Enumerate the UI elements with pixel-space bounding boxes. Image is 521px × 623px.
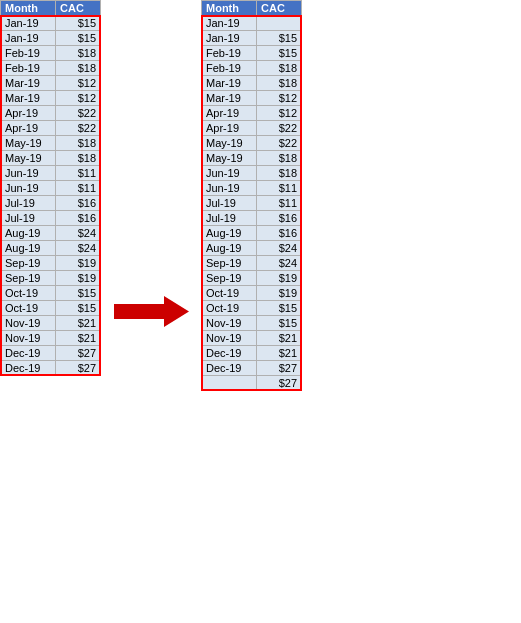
cac-cell bbox=[257, 16, 302, 31]
table-row: Jan-19 bbox=[202, 16, 302, 31]
tables-area: Month CAC Jan-19$15Jan-19$15Feb-19$18Feb… bbox=[0, 0, 302, 599]
cac-cell: $22 bbox=[56, 106, 101, 121]
cac-cell: $19 bbox=[56, 271, 101, 286]
cac-cell: $18 bbox=[56, 46, 101, 61]
month-cell: Oct-19 bbox=[1, 286, 56, 301]
cac-cell: $18 bbox=[56, 136, 101, 151]
cac-cell: $24 bbox=[257, 256, 302, 271]
left-header-month: Month bbox=[1, 1, 56, 16]
cac-cell: $21 bbox=[56, 331, 101, 346]
table-row: Aug-19$24 bbox=[202, 241, 302, 256]
month-cell: May-19 bbox=[1, 151, 56, 166]
month-cell: Feb-19 bbox=[1, 61, 56, 76]
month-cell: Jan-19 bbox=[1, 31, 56, 46]
right-header-cac: CAC bbox=[257, 1, 302, 16]
cac-cell: $15 bbox=[56, 16, 101, 31]
month-cell: Jul-19 bbox=[1, 211, 56, 226]
cac-cell: $24 bbox=[56, 226, 101, 241]
table-row: Jun-19$11 bbox=[1, 166, 101, 181]
cac-cell: $22 bbox=[257, 121, 302, 136]
cac-cell: $15 bbox=[257, 316, 302, 331]
left-table: Month CAC Jan-19$15Jan-19$15Feb-19$18Feb… bbox=[0, 0, 101, 376]
table-row: Jan-19$15 bbox=[1, 16, 101, 31]
month-cell: Jun-19 bbox=[1, 181, 56, 196]
month-cell: Apr-19 bbox=[1, 106, 56, 121]
table-row: May-19$18 bbox=[202, 151, 302, 166]
table-row: Apr-19$12 bbox=[202, 106, 302, 121]
month-cell: Nov-19 bbox=[202, 331, 257, 346]
cac-cell: $22 bbox=[56, 121, 101, 136]
table-row: Nov-19$15 bbox=[202, 316, 302, 331]
cac-cell: $12 bbox=[257, 91, 302, 106]
cac-cell: $18 bbox=[56, 61, 101, 76]
month-cell: Aug-19 bbox=[1, 241, 56, 256]
cac-cell: $15 bbox=[257, 31, 302, 46]
table-row: Aug-19$24 bbox=[1, 226, 101, 241]
cac-cell: $19 bbox=[257, 271, 302, 286]
table-row: Feb-19$18 bbox=[1, 61, 101, 76]
cac-cell: $18 bbox=[257, 76, 302, 91]
cac-cell: $12 bbox=[56, 76, 101, 91]
cac-cell: $11 bbox=[257, 196, 302, 211]
table-row: Jun-19$18 bbox=[202, 166, 302, 181]
month-cell: Jan-19 bbox=[1, 16, 56, 31]
cac-cell: $18 bbox=[257, 151, 302, 166]
table-row: Jul-19$16 bbox=[1, 196, 101, 211]
table-row: Jan-19$15 bbox=[1, 31, 101, 46]
table-row: Aug-19$16 bbox=[202, 226, 302, 241]
cac-cell: $27 bbox=[56, 361, 101, 376]
table-row: Apr-19$22 bbox=[202, 121, 302, 136]
table-row: Oct-19$15 bbox=[202, 301, 302, 316]
month-cell: Sep-19 bbox=[202, 256, 257, 271]
table-row: Sep-19$24 bbox=[202, 256, 302, 271]
month-cell: Oct-19 bbox=[1, 301, 56, 316]
cac-cell: $15 bbox=[257, 46, 302, 61]
left-header-cac: CAC bbox=[56, 1, 101, 16]
right-table: Month CAC Jan-19Jan-19$15Feb-19$15Feb-19… bbox=[201, 0, 302, 391]
table-row: Feb-19$18 bbox=[1, 46, 101, 61]
table-row: Nov-19$21 bbox=[1, 316, 101, 331]
table-row: Jun-19$11 bbox=[1, 181, 101, 196]
cac-cell: $18 bbox=[257, 61, 302, 76]
table-row: Dec-19$27 bbox=[1, 361, 101, 376]
table-row: May-19$18 bbox=[1, 136, 101, 151]
cac-cell: $21 bbox=[257, 331, 302, 346]
table-row: Oct-19$15 bbox=[1, 301, 101, 316]
month-cell: Sep-19 bbox=[1, 271, 56, 286]
table-row: Mar-19$12 bbox=[202, 91, 302, 106]
right-header-month: Month bbox=[202, 1, 257, 16]
arrow-container bbox=[101, 23, 201, 599]
month-cell: Jan-19 bbox=[202, 16, 257, 31]
table-row: Feb-19$15 bbox=[202, 46, 302, 61]
month-cell: Nov-19 bbox=[1, 331, 56, 346]
month-cell bbox=[202, 376, 257, 391]
month-cell: Aug-19 bbox=[1, 226, 56, 241]
table-row: May-19$18 bbox=[1, 151, 101, 166]
cac-cell: $18 bbox=[56, 151, 101, 166]
cac-cell: $27 bbox=[257, 376, 302, 391]
cac-cell: $15 bbox=[56, 31, 101, 46]
month-cell: Feb-19 bbox=[202, 61, 257, 76]
month-cell: Jul-19 bbox=[202, 196, 257, 211]
month-cell: Jul-19 bbox=[1, 196, 56, 211]
table-row: Nov-19$21 bbox=[202, 331, 302, 346]
cac-cell: $27 bbox=[56, 346, 101, 361]
table-row: Jul-19$11 bbox=[202, 196, 302, 211]
table-row: Dec-19$21 bbox=[202, 346, 302, 361]
month-cell: Sep-19 bbox=[1, 256, 56, 271]
month-cell: Aug-19 bbox=[202, 226, 257, 241]
month-cell: Nov-19 bbox=[1, 316, 56, 331]
cac-cell: $19 bbox=[257, 286, 302, 301]
table-row: Apr-19$22 bbox=[1, 106, 101, 121]
table-row: Sep-19$19 bbox=[1, 256, 101, 271]
month-cell: Apr-19 bbox=[1, 121, 56, 136]
table-row: Nov-19$21 bbox=[1, 331, 101, 346]
month-cell: Dec-19 bbox=[1, 346, 56, 361]
table-row: Dec-19$27 bbox=[202, 361, 302, 376]
cac-cell: $16 bbox=[56, 211, 101, 226]
cac-cell: $16 bbox=[56, 196, 101, 211]
right-table-container: Month CAC Jan-19Jan-19$15Feb-19$15Feb-19… bbox=[201, 0, 302, 391]
month-cell: Feb-19 bbox=[202, 46, 257, 61]
month-cell: May-19 bbox=[202, 136, 257, 151]
table-row: May-19$22 bbox=[202, 136, 302, 151]
